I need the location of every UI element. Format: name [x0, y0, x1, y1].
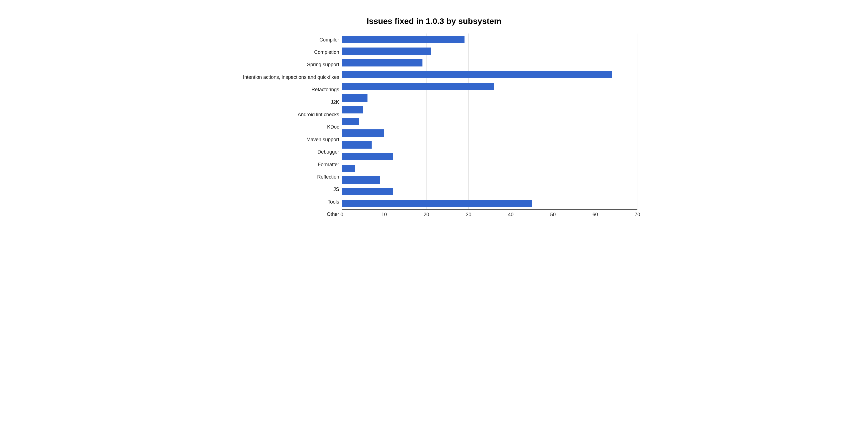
bar	[342, 129, 384, 136]
bar-row	[342, 186, 638, 198]
bar	[342, 118, 359, 125]
bar	[342, 177, 380, 184]
bar-row	[342, 81, 638, 92]
y-axis-label: KDoc	[230, 121, 339, 132]
bar	[342, 36, 465, 43]
y-axis-labels: CompilerCompletionSpring supportIntentio…	[230, 33, 342, 221]
bar-row	[342, 116, 638, 127]
y-axis-label: Compiler	[230, 34, 339, 45]
bars-layer	[342, 33, 638, 209]
bar	[342, 188, 393, 195]
bar	[342, 71, 612, 78]
x-axis-tick: 10	[381, 212, 387, 218]
y-axis-label: Formatter	[230, 159, 339, 170]
bar	[342, 83, 494, 90]
bar-row	[342, 151, 638, 163]
x-axis-tick: 70	[634, 212, 640, 218]
x-axis-tick: 30	[466, 212, 471, 218]
y-axis-label: Spring support	[230, 59, 339, 70]
plot-column: 010203040506070	[342, 33, 638, 221]
y-axis-label: Android lint checks	[230, 109, 339, 120]
bar-row	[342, 127, 638, 139]
bar	[342, 200, 532, 207]
x-axis-tick: 40	[508, 212, 514, 218]
bar	[342, 94, 368, 101]
y-axis-label: JS	[230, 184, 339, 195]
bar-row	[342, 197, 638, 209]
y-axis-label: Maven support	[230, 134, 339, 145]
y-axis-label: Intention actions, inspections and quick…	[230, 72, 339, 83]
y-axis-label: J2K	[230, 97, 339, 108]
y-axis-label: Completion	[230, 47, 339, 58]
bar-row	[342, 139, 638, 151]
plot-area	[342, 33, 638, 210]
bar	[342, 165, 355, 172]
x-axis-tick: 60	[592, 212, 598, 218]
bar	[342, 106, 363, 113]
chart-body: CompilerCompletionSpring supportIntentio…	[230, 33, 638, 221]
x-axis-tick: 0	[341, 212, 343, 218]
bar-row	[342, 69, 638, 81]
bar-row	[342, 57, 638, 69]
bar-row	[342, 162, 638, 174]
x-axis-tick: 50	[550, 212, 556, 218]
y-axis-label: Tools	[230, 196, 339, 208]
y-axis-label: Reflection	[230, 171, 339, 182]
chart-title: Issues fixed in 1.0.3 by subsystem	[230, 17, 638, 26]
x-axis-tick: 20	[424, 212, 429, 218]
bar-row	[342, 92, 638, 104]
bar	[342, 141, 372, 148]
chart-container: Issues fixed in 1.0.3 by subsystem Compi…	[230, 17, 638, 221]
bar-row	[342, 174, 638, 186]
bar-row	[342, 45, 638, 57]
y-axis-label: Debugger	[230, 147, 339, 157]
bar-row	[342, 104, 638, 116]
bar	[342, 59, 423, 66]
y-axis-label: Refactorings	[230, 84, 339, 95]
bar	[342, 47, 431, 55]
bar	[342, 153, 393, 160]
bar-row	[342, 33, 638, 45]
y-axis-label: Other	[230, 209, 339, 220]
x-axis: 010203040506070	[342, 210, 638, 221]
